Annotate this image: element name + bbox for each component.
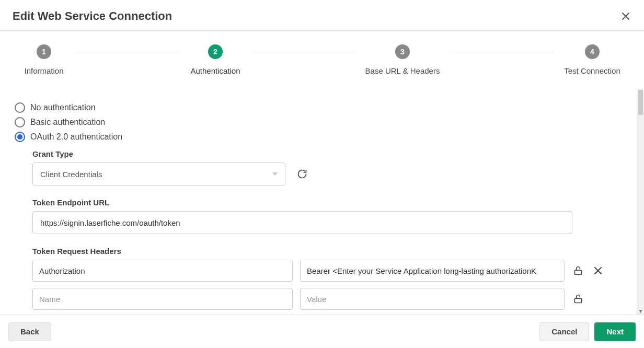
scrollbar-thumb[interactable] [638,90,643,115]
radio-basic-auth[interactable]: Basic authentication [15,117,629,127]
token-url-label: Token Endpoint URL [32,198,629,207]
svg-rect-0 [574,270,581,274]
unlock-icon[interactable] [572,293,584,305]
step-number: 3 [395,44,410,59]
step-authentication[interactable]: 2 Authentication [179,44,252,75]
radio-label: Basic authentication [30,118,105,127]
token-headers-label: Token Request Headers [32,247,629,256]
next-label: Next [606,327,624,336]
scrollbar[interactable]: ▼ [637,89,644,315]
refresh-icon[interactable] [296,168,308,180]
chevron-down-icon [272,172,278,176]
radio-oauth[interactable]: OAuth 2.0 authentication [15,132,629,142]
grant-type-label: Grant Type [32,149,629,158]
back-label: Back [20,327,39,336]
step-label: Test Connection [564,66,620,75]
unlock-icon[interactable] [572,264,584,277]
radio-icon [15,132,25,142]
header-name-input[interactable] [32,260,293,282]
radio-icon [15,102,25,113]
cancel-button[interactable]: Cancel [539,322,589,341]
header-row [32,288,629,310]
header-name-input[interactable] [32,288,293,310]
radio-label: OAuth 2.0 authentication [30,132,122,142]
step-label: Authentication [190,66,240,75]
grant-type-value: Client Credentials [40,170,102,179]
step-base-url-headers[interactable]: 3 Base URL & Headers [355,44,450,75]
step-information[interactable]: 1 Information [13,44,75,75]
step-number: 4 [585,44,600,59]
auth-form: No authentication Basic authentication O… [0,89,644,315]
cancel-label: Cancel [551,327,577,336]
scroll-down-icon[interactable]: ▼ [637,307,644,315]
step-test-connection[interactable]: 4 Test Connection [553,44,631,75]
step-number: 2 [208,44,223,59]
radio-icon [15,117,25,127]
step-number: 1 [37,44,51,59]
header-value-input[interactable] [300,288,565,310]
radio-label: No authentication [30,103,96,112]
grant-type-select[interactable]: Client Credentials [32,163,285,185]
wizard-stepper: 1 Information 2 Authentication 3 Base UR… [0,31,644,75]
back-button[interactable]: Back [8,322,51,341]
header-row [32,260,629,282]
step-label: Information [24,66,63,75]
radio-no-auth[interactable]: No authentication [15,102,629,113]
remove-header-icon[interactable] [592,264,604,277]
token-url-input[interactable] [32,211,572,234]
close-icon[interactable] [620,10,631,22]
next-button[interactable]: Next [594,322,636,341]
step-label: Base URL & Headers [365,66,440,75]
svg-rect-1 [574,298,581,303]
header-value-input[interactable] [300,260,565,282]
dialog-title: Edit Web Service Connection [13,9,172,23]
